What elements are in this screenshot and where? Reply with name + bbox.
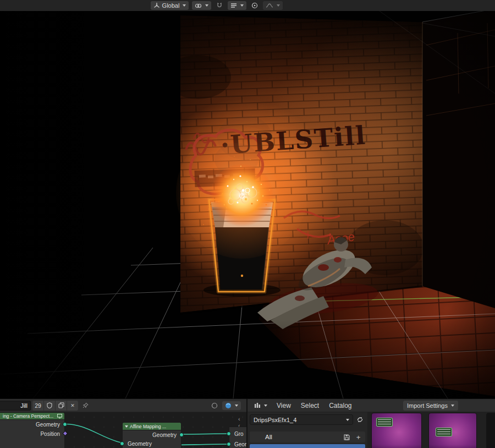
node-input-row: Geometry bbox=[123, 439, 181, 448]
proportional-falloff-dropdown[interactable] bbox=[263, 1, 283, 10]
asset-thumbnail[interactable] bbox=[371, 413, 422, 448]
catalog-all-label: All bbox=[265, 434, 272, 440]
asset-thumbnail-partial[interactable] bbox=[486, 413, 495, 448]
copy-icon bbox=[58, 402, 64, 408]
node-editor-canvas[interactable]: ing - Camera Perspect... Geometry Positi bbox=[0, 412, 246, 448]
node-snapping-dropdown[interactable] bbox=[222, 401, 241, 410]
node-editor: 29 ✕ bbox=[0, 399, 246, 448]
catalog-item-all[interactable]: All + bbox=[250, 431, 365, 442]
floppy-disk-icon bbox=[344, 434, 350, 440]
shield-icon bbox=[47, 402, 52, 408]
viewport-3d-container: ·UBLSTill Asoe bbox=[0, 11, 495, 398]
node-input-row: Geom bbox=[229, 440, 246, 448]
transform-orientation-label: Global bbox=[162, 2, 180, 9]
viewport-3d[interactable]: ·UBLSTill Asoe bbox=[0, 11, 495, 398]
node-editor-header: 29 ✕ bbox=[0, 399, 246, 412]
bottom-editors: 29 ✕ bbox=[0, 398, 495, 448]
asset-source-row: DripsPsxEfx1_4 bbox=[250, 414, 365, 425]
catalog-item-selected-partial[interactable] bbox=[250, 444, 365, 448]
socket-label: Gro bbox=[234, 431, 244, 437]
datablock-name-input[interactable] bbox=[0, 401, 31, 411]
snap-sphere-icon bbox=[225, 402, 232, 409]
fake-user-button[interactable] bbox=[44, 401, 55, 411]
pin-toggle-button[interactable] bbox=[80, 401, 91, 411]
socket-label: Geometry bbox=[128, 441, 152, 447]
refresh-library-button[interactable] bbox=[355, 414, 365, 425]
display-bars-icon bbox=[254, 402, 261, 408]
transform-orientation-icon bbox=[153, 2, 160, 9]
pivot-point-icon bbox=[195, 3, 202, 9]
datablock-buttons: 29 ✕ bbox=[32, 401, 78, 411]
proportional-editing-icon bbox=[211, 402, 218, 409]
save-catalog-button[interactable] bbox=[342, 433, 351, 442]
chevron-down-icon bbox=[451, 405, 454, 407]
thumbnail-node-preview bbox=[436, 428, 452, 436]
snapping-options-dropdown[interactable] bbox=[228, 1, 246, 10]
socket-label: Geom bbox=[234, 441, 246, 447]
display-mode-dropdown[interactable] bbox=[250, 401, 271, 411]
node-output-row: Geometry bbox=[123, 430, 181, 439]
import-settings-label: Import Settings bbox=[407, 402, 448, 409]
viewport-header-controls: Global bbox=[151, 1, 283, 10]
chevron-down-icon bbox=[183, 4, 186, 7]
proportional-editing-toggle[interactable] bbox=[250, 1, 260, 10]
socket-label: Geometry bbox=[152, 432, 177, 438]
socket-geometry-output[interactable] bbox=[63, 422, 67, 427]
import-settings-dropdown[interactable]: Import Settings bbox=[403, 401, 458, 411]
socket-label: Geometry bbox=[36, 422, 60, 428]
refresh-icon bbox=[356, 416, 364, 423]
viewport-header: Global bbox=[0, 0, 495, 11]
node-proportional-toggle[interactable] bbox=[209, 401, 220, 411]
chevron-down-icon bbox=[264, 405, 267, 407]
users-count-button[interactable]: 29 bbox=[32, 401, 43, 411]
asset-browser: View Select Catalog Import Settings Drip… bbox=[246, 399, 495, 448]
asset-catalog-panel: DripsPsxEfx1_4 bbox=[248, 412, 367, 448]
new-datablock-button[interactable] bbox=[56, 401, 67, 411]
asset-thumbnail[interactable] bbox=[428, 413, 477, 448]
magnet-icon bbox=[216, 2, 223, 9]
collapse-arrow-icon[interactable] bbox=[125, 425, 128, 428]
asset-browser-header: View Select Catalog Import Settings bbox=[248, 399, 495, 412]
pivot-point-dropdown[interactable] bbox=[192, 1, 211, 10]
menu-lines-icon bbox=[230, 3, 237, 8]
chevron-down-icon bbox=[346, 419, 349, 421]
collapse-left-icon: ‹ bbox=[238, 416, 240, 422]
menu-view[interactable]: View bbox=[272, 400, 295, 411]
menu-select[interactable]: Select bbox=[296, 400, 323, 411]
socket-geometry-input[interactable] bbox=[120, 441, 124, 446]
node-camera-mapping[interactable]: ing - Camera Perspect... Geometry Positi bbox=[0, 412, 65, 448]
socket-geometry-input[interactable] bbox=[227, 431, 231, 436]
asset-grid[interactable] bbox=[367, 412, 495, 448]
close-icon: ✕ bbox=[70, 403, 75, 408]
thumbnail-node-preview bbox=[376, 418, 393, 427]
vignette bbox=[0, 11, 495, 398]
socket-label: Position bbox=[40, 431, 60, 437]
chevron-down-icon bbox=[205, 4, 208, 7]
node-output-row: Geometry bbox=[0, 420, 64, 429]
socket-geometry-output[interactable] bbox=[179, 433, 184, 437]
node-editor-header-right bbox=[209, 401, 241, 411]
node-title: Affine Mapping ... bbox=[130, 424, 166, 429]
falloff-curve-icon bbox=[266, 3, 273, 8]
add-catalog-button[interactable]: + bbox=[354, 433, 363, 442]
node-affine-mapping[interactable]: Affine Mapping ... Geometry Geometry bbox=[122, 422, 182, 448]
pin-icon bbox=[82, 402, 89, 408]
asset-library-label: DripsPsxEfx1_4 bbox=[254, 417, 345, 423]
chevron-down-icon bbox=[277, 4, 280, 7]
node-title: ing - Camera Perspect... bbox=[3, 413, 53, 419]
unlink-datablock-button[interactable]: ✕ bbox=[67, 401, 78, 411]
monitor-icon bbox=[57, 414, 62, 418]
snap-toggle-button[interactable] bbox=[215, 1, 224, 10]
proportional-editing-icon bbox=[251, 2, 258, 9]
node-input-row: Gro bbox=[229, 429, 246, 438]
menu-catalog[interactable]: Catalog bbox=[324, 400, 356, 411]
asset-browser-body: DripsPsxEfx1_4 bbox=[248, 412, 495, 448]
transform-orientation-dropdown[interactable]: Global bbox=[151, 1, 189, 10]
chevron-down-icon bbox=[235, 405, 238, 407]
node-output-row: Position bbox=[0, 429, 64, 439]
node-group-partial[interactable]: Gro Geom bbox=[229, 427, 246, 448]
blender-window: Global bbox=[0, 0, 495, 448]
socket-geometry-input[interactable] bbox=[227, 442, 231, 446]
chevron-down-icon bbox=[240, 4, 244, 7]
asset-library-dropdown[interactable]: DripsPsxEfx1_4 bbox=[250, 414, 353, 425]
